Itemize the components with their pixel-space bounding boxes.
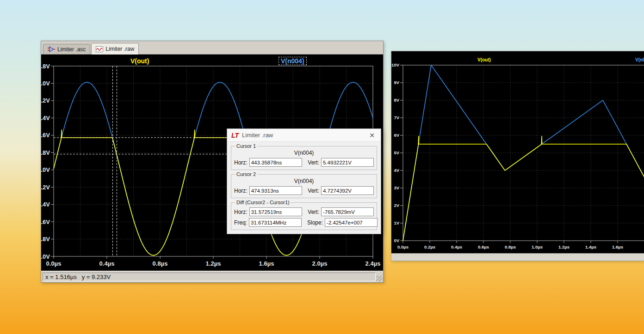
diff-vert-label: Vert: bbox=[308, 209, 319, 215]
cursor2-group: Cursor 2 V(n004) Horz: Vert: bbox=[231, 171, 377, 198]
y-tick-label: 2V bbox=[394, 203, 399, 208]
y-tick-label: 1V bbox=[394, 220, 399, 225]
y-tick-label: 7V bbox=[394, 115, 399, 120]
cursor1-vert-label: Vert: bbox=[308, 159, 319, 166]
tab-bar: Limiter .asc Limiter .raw bbox=[41, 41, 383, 55]
y-tick-label: 8.0V bbox=[41, 80, 50, 87]
y-tick-label: 4.8V bbox=[41, 149, 50, 156]
y-tick-label: 4.0V bbox=[41, 166, 50, 173]
y-tick-label: 9V bbox=[394, 80, 399, 85]
schematic-icon bbox=[48, 46, 55, 52]
x-tick-label: 1.6µs bbox=[259, 260, 274, 267]
x-tick-label: 1.0µs bbox=[532, 244, 543, 249]
y-tick-label: 2.4V bbox=[41, 201, 50, 208]
y-tick-label: 3.2V bbox=[41, 184, 50, 191]
diff-freq-field[interactable] bbox=[249, 218, 302, 227]
waveform-icon bbox=[96, 46, 103, 52]
x-tick-label: 0.2µs bbox=[424, 244, 435, 249]
waveform-canvas-right: 10V9V8V7V6V5V4V3V2V1V0V0.0µs0.2µs0.4µs0.… bbox=[391, 51, 644, 253]
x-tick-label: 0.6µs bbox=[478, 244, 489, 249]
y-tick-label: 0.8V bbox=[41, 236, 50, 243]
cursor1-horz-field[interactable] bbox=[249, 158, 302, 167]
tab-limiter-asc[interactable]: Limiter .asc bbox=[43, 44, 90, 54]
trace-label-vout[interactable]: V(out) bbox=[477, 57, 491, 63]
tab-label: Limiter .asc bbox=[57, 46, 86, 53]
tab-label: Limiter .raw bbox=[105, 46, 134, 52]
y-tick-label: 3V bbox=[394, 185, 399, 190]
y-tick-label: 1.6V bbox=[41, 219, 50, 225]
y-tick-label: 7.2V bbox=[41, 97, 50, 104]
y-tick-label: 4V bbox=[394, 168, 399, 173]
cursor2-horz-label: Horz: bbox=[234, 188, 248, 194]
cursor2-legend: Cursor 2 bbox=[235, 171, 257, 177]
cursor1-group: Cursor 1 V(n004) Horz: Vert: bbox=[231, 143, 377, 170]
dialog-title: Limiter .raw bbox=[242, 132, 364, 139]
diff-freq-label: Freq: bbox=[234, 219, 247, 226]
x-tick-label: 1.4µs bbox=[585, 244, 596, 249]
axis-ticks: 10V9V8V7V6V5V4V3V2V1V0V0.0µs0.2µs0.4µs0.… bbox=[391, 62, 623, 249]
trace-label-vout[interactable]: V(out) bbox=[130, 57, 149, 65]
x-tick-label: 2.4µs bbox=[365, 260, 381, 267]
grid bbox=[403, 65, 644, 241]
trace-vout[interactable] bbox=[403, 136, 644, 241]
waveform-plot-right[interactable]: 10V9V8V7V6V5V4V3V2V1V0V0.0µs0.2µs0.4µs0.… bbox=[391, 51, 644, 253]
diff-group: Diff (Cursor2 - Cursor1) Horz: Vert: Fre… bbox=[231, 200, 377, 230]
y-tick-label: 5V bbox=[394, 150, 399, 155]
y-tick-label: 8V bbox=[394, 97, 399, 103]
x-tick-label: 0.0µs bbox=[397, 244, 409, 249]
x-tick-label: 0.8µs bbox=[153, 260, 168, 267]
ltspice-second-window: 10V9V8V7V6V5V4V3V2V1V0V0.0µs0.2µs0.4µs0.… bbox=[391, 51, 644, 261]
diff-vert-field[interactable] bbox=[321, 207, 374, 216]
cursor2-vert-field[interactable] bbox=[321, 186, 374, 195]
y-tick-label: 5.6V bbox=[41, 132, 50, 139]
y-tick-label: 6V bbox=[394, 133, 399, 138]
y-tick-label: 10V bbox=[391, 62, 400, 67]
trace-label-vn004[interactable]: V(n004) bbox=[279, 57, 307, 65]
cursor1-horz-label: Horz: bbox=[234, 159, 248, 166]
x-tick-label: 1.2µs bbox=[206, 260, 221, 267]
x-tick-label: 0.8µs bbox=[505, 244, 516, 249]
status-coordinates: x = 1.516µs y = 9.233V bbox=[43, 273, 376, 281]
close-icon[interactable]: ✕ bbox=[367, 131, 377, 140]
x-tick-label: 0.4µs bbox=[99, 260, 115, 267]
ltspice-logo-icon: LT bbox=[231, 132, 239, 139]
x-tick-label: 0.0µs bbox=[46, 260, 62, 267]
diff-legend: Diff (Cursor2 - Cursor1) bbox=[235, 200, 291, 205]
x-tick-label: 0.4µs bbox=[451, 244, 462, 249]
y-tick-label: 6.4V bbox=[41, 115, 50, 121]
y-tick-label: 0.0V bbox=[41, 253, 50, 260]
diff-slope-label: Slope: bbox=[307, 219, 323, 226]
window-bottom-strip bbox=[391, 253, 644, 261]
diff-horz-label: Horz: bbox=[234, 209, 248, 215]
cursor2-trace-name: V(n004) bbox=[234, 178, 374, 184]
cursor1-legend: Cursor 1 bbox=[235, 143, 257, 149]
status-bar: x = 1.516µs y = 9.233V bbox=[41, 271, 383, 282]
dialog-titlebar[interactable]: LT Limiter .raw ✕ bbox=[227, 129, 381, 142]
tab-limiter-raw[interactable]: Limiter .raw bbox=[91, 43, 139, 55]
cursor2-horz-field[interactable] bbox=[249, 186, 302, 195]
cursor1-trace-name: V(n004) bbox=[234, 150, 374, 156]
trace-label-vn004[interactable]: V(n004) bbox=[635, 57, 644, 63]
x-tick-label: 1.6µs bbox=[612, 244, 623, 249]
resize-grip[interactable] bbox=[377, 276, 382, 281]
diff-horz-field[interactable] bbox=[249, 207, 302, 216]
cursor2-vert-label: Vert: bbox=[308, 188, 319, 194]
desktop-background: Limiter .asc Limiter .raw 8.8V8.0V7.2V6.… bbox=[0, 0, 644, 334]
cursor-dialog: LT Limiter .raw ✕ Cursor 1 V(n004) Horz:… bbox=[227, 128, 381, 234]
diff-slope-field[interactable] bbox=[325, 218, 378, 227]
y-tick-label: 0V bbox=[394, 238, 399, 243]
y-tick-label: 8.8V bbox=[41, 63, 50, 70]
x-tick-label: 2.0µs bbox=[312, 260, 328, 267]
x-tick-label: 1.2µs bbox=[558, 244, 570, 249]
cursor1-vert-field[interactable] bbox=[321, 158, 374, 167]
